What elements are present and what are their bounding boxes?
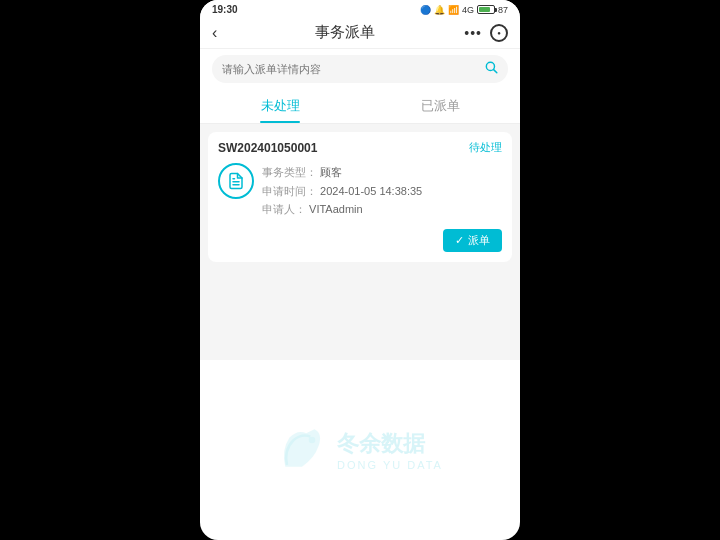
notification-icon: 🔔 — [434, 5, 445, 15]
task-applicant-row: 申请人： VITAadmin — [262, 200, 502, 219]
signal-icon: 4G — [462, 5, 474, 15]
status-bar: 19:30 🔵 🔔 📶 4G 87 — [200, 0, 520, 17]
task-type-row: 事务类型： 顾客 — [262, 163, 502, 182]
search-icon[interactable] — [484, 60, 498, 78]
battery-fill — [479, 7, 490, 12]
tab-bar: 未处理 已派单 — [200, 89, 520, 124]
battery-percent: 87 — [498, 5, 508, 15]
task-card: SW202401050001 待处理 事务类型： 顾客 — [208, 132, 512, 262]
task-applicant-label: 申请人： — [262, 203, 306, 215]
svg-point-4 — [309, 437, 316, 444]
dispatch-check-icon: ✓ — [455, 234, 464, 247]
task-time-label: 申请时间： — [262, 185, 317, 197]
search-input-wrap — [212, 55, 508, 83]
task-card-header: SW202401050001 待处理 — [208, 132, 512, 159]
task-type-icon — [218, 163, 254, 199]
phone-frame: 19:30 🔵 🔔 📶 4G 87 ‹ 事务派单 ••• — [200, 0, 520, 540]
back-button[interactable]: ‹ — [212, 24, 217, 42]
task-type-value: 顾客 — [320, 166, 342, 178]
status-time: 19:30 — [212, 4, 238, 15]
nav-actions: ••• — [464, 24, 508, 42]
task-body: 事务类型： 顾客 申请时间： 2024-01-05 14:38:35 申请人： … — [208, 159, 512, 229]
top-navigation: ‹ 事务派单 ••• — [200, 17, 520, 49]
svg-line-1 — [494, 70, 497, 73]
status-icons: 🔵 🔔 📶 4G 87 — [420, 5, 508, 15]
task-action-area: ✓ 派单 — [208, 229, 512, 262]
task-status-badge: 待处理 — [469, 140, 502, 155]
tab-dispatched[interactable]: 已派单 — [360, 89, 520, 123]
dispatch-button-label: 派单 — [468, 233, 490, 248]
search-input[interactable] — [222, 63, 478, 75]
watermark-en-text: DONG YU DATA — [337, 459, 443, 471]
watermark-cn-text: 冬余数据 — [337, 429, 443, 459]
wifi-icon: 📶 — [448, 5, 459, 15]
watermark-text: 冬余数据 DONG YU DATA — [337, 429, 443, 471]
task-applicant-value: VITAadmin — [309, 203, 363, 215]
content-area: SW202401050001 待处理 事务类型： 顾客 — [200, 124, 520, 360]
target-icon[interactable] — [490, 24, 508, 42]
page-title: 事务派单 — [225, 23, 464, 42]
more-button[interactable]: ••• — [464, 25, 482, 41]
watermark-icon — [277, 425, 327, 475]
battery-icon — [477, 5, 495, 14]
bluetooth-icon: 🔵 — [420, 5, 431, 15]
search-bar — [200, 49, 520, 89]
task-type-label: 事务类型： — [262, 166, 317, 178]
watermark-logo: 冬余数据 DONG YU DATA — [277, 425, 443, 475]
task-details: 事务类型： 顾客 申请时间： 2024-01-05 14:38:35 申请人： … — [262, 163, 502, 219]
tab-pending[interactable]: 未处理 — [200, 89, 360, 123]
task-id: SW202401050001 — [218, 141, 317, 155]
dispatch-button[interactable]: ✓ 派单 — [443, 229, 502, 252]
task-time-row: 申请时间： 2024-01-05 14:38:35 — [262, 182, 502, 201]
watermark: 冬余数据 DONG YU DATA — [200, 360, 520, 540]
task-time-value: 2024-01-05 14:38:35 — [320, 185, 422, 197]
